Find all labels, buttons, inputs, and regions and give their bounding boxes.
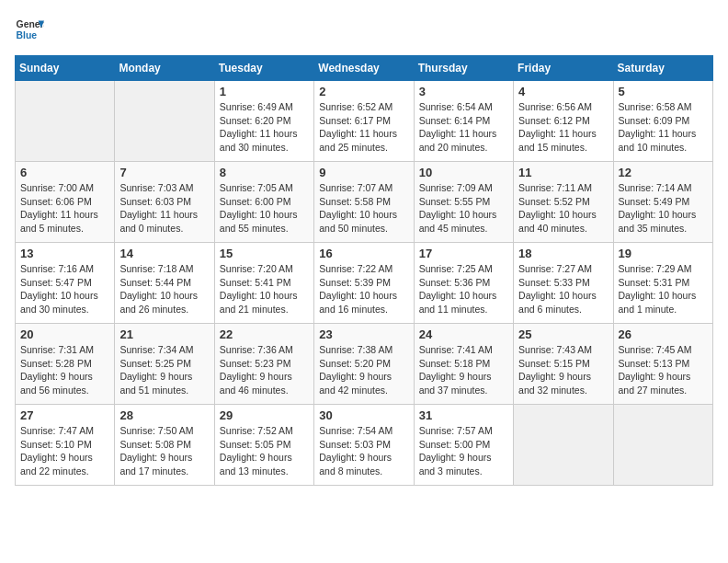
calendar-table: SundayMondayTuesdayWednesdayThursdayFrid… — [15, 55, 713, 486]
calendar-cell: 30Sunrise: 7:54 AM Sunset: 5:03 PM Dayli… — [314, 405, 414, 486]
calendar-cell: 7Sunrise: 7:03 AM Sunset: 6:03 PM Daylig… — [115, 162, 214, 243]
calendar-cell: 28Sunrise: 7:50 AM Sunset: 5:08 PM Dayli… — [115, 405, 214, 486]
calendar-cell: 25Sunrise: 7:43 AM Sunset: 5:15 PM Dayli… — [514, 324, 613, 405]
day-detail: Sunrise: 7:09 AM Sunset: 5:55 PM Dayligh… — [419, 181, 508, 236]
day-detail: Sunrise: 7:50 AM Sunset: 5:08 PM Dayligh… — [119, 424, 209, 478]
calendar-cell: 13Sunrise: 7:16 AM Sunset: 5:47 PM Dayli… — [16, 243, 115, 324]
day-number: 22 — [220, 327, 309, 341]
day-number: 14 — [119, 247, 209, 260]
weekday-header: Sunday — [16, 56, 115, 81]
calendar-cell: 20Sunrise: 7:31 AM Sunset: 5:28 PM Dayli… — [16, 324, 115, 405]
day-number: 10 — [419, 166, 508, 179]
weekday-header: Wednesday — [314, 56, 414, 81]
day-number: 1 — [220, 85, 309, 98]
day-detail: Sunrise: 7:22 AM Sunset: 5:39 PM Dayligh… — [319, 262, 408, 316]
day-number: 29 — [220, 408, 309, 422]
day-number: 12 — [619, 166, 708, 179]
day-number: 24 — [419, 327, 508, 341]
calendar-cell: 27Sunrise: 7:47 AM Sunset: 5:10 PM Dayli… — [16, 405, 115, 486]
weekday-header: Saturday — [613, 56, 712, 81]
day-detail: Sunrise: 7:34 AM Sunset: 5:25 PM Dayligh… — [119, 343, 209, 397]
calendar-week-row: 20Sunrise: 7:31 AM Sunset: 5:28 PM Dayli… — [16, 324, 713, 405]
calendar-cell: 11Sunrise: 7:11 AM Sunset: 5:52 PM Dayli… — [514, 162, 613, 243]
day-detail: Sunrise: 7:07 AM Sunset: 5:58 PM Dayligh… — [319, 181, 408, 236]
weekday-header: Friday — [514, 56, 613, 81]
day-detail: Sunrise: 7:31 AM Sunset: 5:28 PM Dayligh… — [20, 343, 109, 397]
calendar-cell — [115, 81, 214, 162]
calendar-cell: 16Sunrise: 7:22 AM Sunset: 5:39 PM Dayli… — [314, 243, 414, 324]
day-number: 5 — [619, 85, 708, 98]
day-detail: Sunrise: 7:29 AM Sunset: 5:31 PM Dayligh… — [619, 262, 708, 316]
day-number: 17 — [419, 247, 508, 260]
calendar-cell: 10Sunrise: 7:09 AM Sunset: 5:55 PM Dayli… — [414, 162, 513, 243]
day-number: 26 — [619, 327, 708, 341]
weekday-header: Monday — [115, 56, 214, 81]
day-detail: Sunrise: 7:00 AM Sunset: 6:06 PM Dayligh… — [20, 181, 109, 236]
day-detail: Sunrise: 7:36 AM Sunset: 5:23 PM Dayligh… — [220, 343, 309, 397]
weekday-header: Tuesday — [214, 56, 313, 81]
day-number: 13 — [20, 247, 109, 260]
calendar-cell — [514, 405, 613, 486]
day-detail: Sunrise: 7:05 AM Sunset: 6:00 PM Dayligh… — [220, 181, 309, 236]
calendar-cell: 23Sunrise: 7:38 AM Sunset: 5:20 PM Dayli… — [314, 324, 414, 405]
day-detail: Sunrise: 6:49 AM Sunset: 6:20 PM Dayligh… — [220, 100, 309, 155]
calendar-cell: 29Sunrise: 7:52 AM Sunset: 5:05 PM Dayli… — [214, 405, 313, 486]
calendar-cell: 31Sunrise: 7:57 AM Sunset: 5:00 PM Dayli… — [414, 405, 513, 486]
day-number: 16 — [319, 247, 408, 260]
day-number: 23 — [319, 327, 408, 341]
calendar-cell: 5Sunrise: 6:58 AM Sunset: 6:09 PM Daylig… — [613, 81, 712, 162]
day-number: 6 — [20, 166, 109, 179]
calendar-cell: 19Sunrise: 7:29 AM Sunset: 5:31 PM Dayli… — [613, 243, 712, 324]
day-detail: Sunrise: 7:16 AM Sunset: 5:47 PM Dayligh… — [20, 262, 109, 316]
day-number: 21 — [119, 327, 209, 341]
day-number: 3 — [419, 85, 508, 98]
day-number: 15 — [220, 247, 309, 260]
day-number: 11 — [518, 166, 608, 179]
day-number: 28 — [119, 408, 209, 422]
calendar-cell: 1Sunrise: 6:49 AM Sunset: 6:20 PM Daylig… — [214, 81, 313, 162]
calendar-week-row: 27Sunrise: 7:47 AM Sunset: 5:10 PM Dayli… — [16, 405, 713, 486]
calendar-week-row: 13Sunrise: 7:16 AM Sunset: 5:47 PM Dayli… — [16, 243, 713, 324]
day-detail: Sunrise: 7:52 AM Sunset: 5:05 PM Dayligh… — [220, 424, 309, 478]
calendar-week-row: 1Sunrise: 6:49 AM Sunset: 6:20 PM Daylig… — [16, 81, 713, 162]
day-number: 30 — [319, 408, 408, 422]
day-number: 20 — [20, 327, 109, 341]
calendar-cell: 9Sunrise: 7:07 AM Sunset: 5:58 PM Daylig… — [314, 162, 414, 243]
day-detail: Sunrise: 7:25 AM Sunset: 5:36 PM Dayligh… — [419, 262, 508, 316]
day-detail: Sunrise: 7:57 AM Sunset: 5:00 PM Dayligh… — [419, 424, 508, 478]
day-number: 4 — [518, 85, 608, 98]
day-number: 9 — [319, 166, 408, 179]
day-detail: Sunrise: 7:20 AM Sunset: 5:41 PM Dayligh… — [220, 262, 309, 316]
calendar-cell: 2Sunrise: 6:52 AM Sunset: 6:17 PM Daylig… — [314, 81, 414, 162]
calendar-cell: 8Sunrise: 7:05 AM Sunset: 6:00 PM Daylig… — [214, 162, 313, 243]
day-detail: Sunrise: 7:11 AM Sunset: 5:52 PM Dayligh… — [518, 181, 608, 236]
day-number: 25 — [518, 327, 608, 341]
calendar-cell: 18Sunrise: 7:27 AM Sunset: 5:33 PM Dayli… — [514, 243, 613, 324]
day-detail: Sunrise: 7:47 AM Sunset: 5:10 PM Dayligh… — [20, 424, 109, 478]
day-detail: Sunrise: 7:14 AM Sunset: 5:49 PM Dayligh… — [619, 181, 708, 236]
page-header: General Blue — [15, 15, 713, 44]
day-detail: Sunrise: 7:03 AM Sunset: 6:03 PM Dayligh… — [119, 181, 209, 236]
calendar-cell: 24Sunrise: 7:41 AM Sunset: 5:18 PM Dayli… — [414, 324, 513, 405]
calendar-cell: 26Sunrise: 7:45 AM Sunset: 5:13 PM Dayli… — [613, 324, 712, 405]
svg-text:Blue: Blue — [17, 30, 38, 40]
day-number: 7 — [119, 166, 209, 179]
calendar-cell: 22Sunrise: 7:36 AM Sunset: 5:23 PM Dayli… — [214, 324, 313, 405]
calendar-cell: 12Sunrise: 7:14 AM Sunset: 5:49 PM Dayli… — [613, 162, 712, 243]
calendar-cell — [16, 81, 115, 162]
calendar-cell: 21Sunrise: 7:34 AM Sunset: 5:25 PM Dayli… — [115, 324, 214, 405]
day-number: 8 — [220, 166, 309, 179]
day-number: 27 — [20, 408, 109, 422]
day-detail: Sunrise: 7:45 AM Sunset: 5:13 PM Dayligh… — [619, 343, 708, 397]
day-number: 2 — [319, 85, 408, 98]
day-detail: Sunrise: 7:43 AM Sunset: 5:15 PM Dayligh… — [518, 343, 608, 397]
day-detail: Sunrise: 7:27 AM Sunset: 5:33 PM Dayligh… — [518, 262, 608, 316]
calendar-cell: 15Sunrise: 7:20 AM Sunset: 5:41 PM Dayli… — [214, 243, 313, 324]
calendar-body: 1Sunrise: 6:49 AM Sunset: 6:20 PM Daylig… — [16, 81, 713, 486]
weekday-header: Thursday — [414, 56, 513, 81]
logo: General Blue — [15, 15, 48, 44]
calendar-cell: 3Sunrise: 6:54 AM Sunset: 6:14 PM Daylig… — [414, 81, 513, 162]
day-number: 19 — [619, 247, 708, 260]
logo-icon: General Blue — [15, 15, 44, 44]
day-detail: Sunrise: 7:38 AM Sunset: 5:20 PM Dayligh… — [319, 343, 408, 397]
